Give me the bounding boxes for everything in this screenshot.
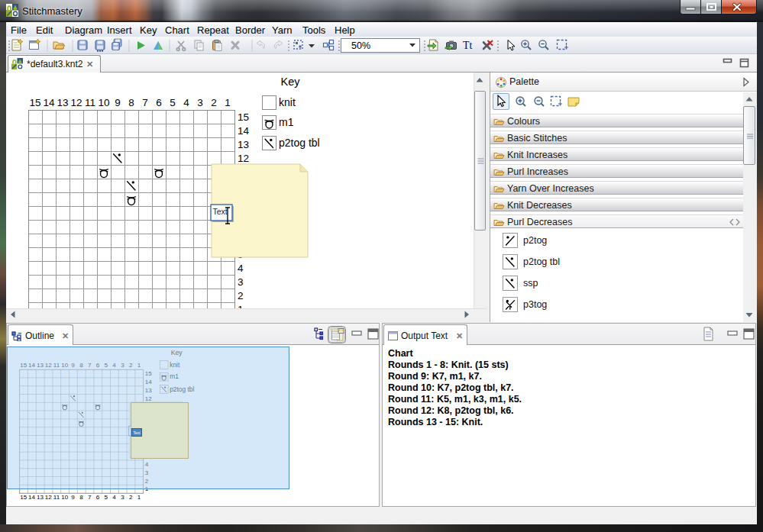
svg-text:50%: 50% (351, 40, 370, 51)
svg-text:Tt: Tt (463, 40, 473, 51)
